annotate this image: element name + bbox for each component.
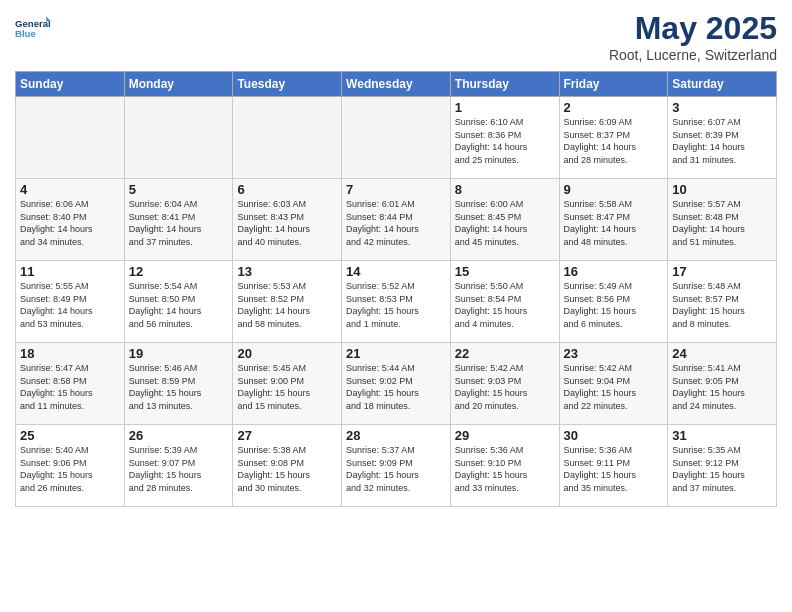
calendar-week-3: 18Sunrise: 5:47 AM Sunset: 8:58 PM Dayli… — [16, 343, 777, 425]
day-info: Sunrise: 5:36 AM Sunset: 9:11 PM Dayligh… — [564, 444, 664, 494]
day-number: 1 — [455, 100, 555, 115]
day-info: Sunrise: 6:01 AM Sunset: 8:44 PM Dayligh… — [346, 198, 446, 248]
calendar-day: 14Sunrise: 5:52 AM Sunset: 8:53 PM Dayli… — [342, 261, 451, 343]
calendar-week-1: 4Sunrise: 6:06 AM Sunset: 8:40 PM Daylig… — [16, 179, 777, 261]
day-info: Sunrise: 5:36 AM Sunset: 9:10 PM Dayligh… — [455, 444, 555, 494]
day-info: Sunrise: 5:58 AM Sunset: 8:47 PM Dayligh… — [564, 198, 664, 248]
calendar-day: 1Sunrise: 6:10 AM Sunset: 8:36 PM Daylig… — [450, 97, 559, 179]
day-number: 16 — [564, 264, 664, 279]
day-info: Sunrise: 5:37 AM Sunset: 9:09 PM Dayligh… — [346, 444, 446, 494]
col-tuesday: Tuesday — [233, 72, 342, 97]
day-info: Sunrise: 6:04 AM Sunset: 8:41 PM Dayligh… — [129, 198, 229, 248]
calendar-day: 21Sunrise: 5:44 AM Sunset: 9:02 PM Dayli… — [342, 343, 451, 425]
day-info: Sunrise: 5:55 AM Sunset: 8:49 PM Dayligh… — [20, 280, 120, 330]
day-number: 2 — [564, 100, 664, 115]
month-title: May 2025 — [609, 10, 777, 47]
day-info: Sunrise: 5:35 AM Sunset: 9:12 PM Dayligh… — [672, 444, 772, 494]
calendar-day: 20Sunrise: 5:45 AM Sunset: 9:00 PM Dayli… — [233, 343, 342, 425]
day-number: 21 — [346, 346, 446, 361]
calendar-day: 2Sunrise: 6:09 AM Sunset: 8:37 PM Daylig… — [559, 97, 668, 179]
calendar-day: 3Sunrise: 6:07 AM Sunset: 8:39 PM Daylig… — [668, 97, 777, 179]
day-number: 13 — [237, 264, 337, 279]
day-number: 26 — [129, 428, 229, 443]
calendar-day: 30Sunrise: 5:36 AM Sunset: 9:11 PM Dayli… — [559, 425, 668, 507]
day-info: Sunrise: 5:50 AM Sunset: 8:54 PM Dayligh… — [455, 280, 555, 330]
day-number: 11 — [20, 264, 120, 279]
day-number: 29 — [455, 428, 555, 443]
day-number: 3 — [672, 100, 772, 115]
day-info: Sunrise: 5:47 AM Sunset: 8:58 PM Dayligh… — [20, 362, 120, 412]
day-number: 31 — [672, 428, 772, 443]
calendar-week-4: 25Sunrise: 5:40 AM Sunset: 9:06 PM Dayli… — [16, 425, 777, 507]
calendar-day: 7Sunrise: 6:01 AM Sunset: 8:44 PM Daylig… — [342, 179, 451, 261]
calendar-day: 8Sunrise: 6:00 AM Sunset: 8:45 PM Daylig… — [450, 179, 559, 261]
calendar-week-2: 11Sunrise: 5:55 AM Sunset: 8:49 PM Dayli… — [16, 261, 777, 343]
calendar-day: 13Sunrise: 5:53 AM Sunset: 8:52 PM Dayli… — [233, 261, 342, 343]
day-number: 10 — [672, 182, 772, 197]
calendar-day: 23Sunrise: 5:42 AM Sunset: 9:04 PM Dayli… — [559, 343, 668, 425]
col-thursday: Thursday — [450, 72, 559, 97]
day-info: Sunrise: 6:07 AM Sunset: 8:39 PM Dayligh… — [672, 116, 772, 166]
day-number: 19 — [129, 346, 229, 361]
day-number: 22 — [455, 346, 555, 361]
day-number: 28 — [346, 428, 446, 443]
calendar-day: 5Sunrise: 6:04 AM Sunset: 8:41 PM Daylig… — [124, 179, 233, 261]
calendar-day: 26Sunrise: 5:39 AM Sunset: 9:07 PM Dayli… — [124, 425, 233, 507]
location: Root, Lucerne, Switzerland — [609, 47, 777, 63]
day-info: Sunrise: 5:44 AM Sunset: 9:02 PM Dayligh… — [346, 362, 446, 412]
logo-svg: General Blue — [15, 10, 51, 46]
day-info: Sunrise: 5:38 AM Sunset: 9:08 PM Dayligh… — [237, 444, 337, 494]
day-number: 15 — [455, 264, 555, 279]
day-number: 25 — [20, 428, 120, 443]
day-number: 24 — [672, 346, 772, 361]
calendar-day: 18Sunrise: 5:47 AM Sunset: 8:58 PM Dayli… — [16, 343, 125, 425]
day-number: 30 — [564, 428, 664, 443]
col-wednesday: Wednesday — [342, 72, 451, 97]
day-number: 5 — [129, 182, 229, 197]
title-block: May 2025 Root, Lucerne, Switzerland — [609, 10, 777, 63]
day-info: Sunrise: 6:06 AM Sunset: 8:40 PM Dayligh… — [20, 198, 120, 248]
logo: General Blue — [15, 10, 51, 46]
calendar-day: 27Sunrise: 5:38 AM Sunset: 9:08 PM Dayli… — [233, 425, 342, 507]
calendar-day: 9Sunrise: 5:58 AM Sunset: 8:47 PM Daylig… — [559, 179, 668, 261]
day-info: Sunrise: 5:41 AM Sunset: 9:05 PM Dayligh… — [672, 362, 772, 412]
calendar-day: 19Sunrise: 5:46 AM Sunset: 8:59 PM Dayli… — [124, 343, 233, 425]
calendar-day: 11Sunrise: 5:55 AM Sunset: 8:49 PM Dayli… — [16, 261, 125, 343]
day-info: Sunrise: 5:42 AM Sunset: 9:04 PM Dayligh… — [564, 362, 664, 412]
calendar-day — [16, 97, 125, 179]
calendar-day: 24Sunrise: 5:41 AM Sunset: 9:05 PM Dayli… — [668, 343, 777, 425]
day-info: Sunrise: 6:00 AM Sunset: 8:45 PM Dayligh… — [455, 198, 555, 248]
day-number: 17 — [672, 264, 772, 279]
day-info: Sunrise: 5:49 AM Sunset: 8:56 PM Dayligh… — [564, 280, 664, 330]
calendar-day: 6Sunrise: 6:03 AM Sunset: 8:43 PM Daylig… — [233, 179, 342, 261]
day-number: 20 — [237, 346, 337, 361]
day-info: Sunrise: 5:53 AM Sunset: 8:52 PM Dayligh… — [237, 280, 337, 330]
calendar-day — [342, 97, 451, 179]
day-number: 23 — [564, 346, 664, 361]
day-number: 4 — [20, 182, 120, 197]
day-number: 9 — [564, 182, 664, 197]
day-number: 8 — [455, 182, 555, 197]
day-info: Sunrise: 5:46 AM Sunset: 8:59 PM Dayligh… — [129, 362, 229, 412]
calendar-day: 22Sunrise: 5:42 AM Sunset: 9:03 PM Dayli… — [450, 343, 559, 425]
col-friday: Friday — [559, 72, 668, 97]
day-number: 6 — [237, 182, 337, 197]
day-info: Sunrise: 5:54 AM Sunset: 8:50 PM Dayligh… — [129, 280, 229, 330]
calendar-day — [233, 97, 342, 179]
logo-block: General Blue — [15, 10, 51, 46]
header-row: Sunday Monday Tuesday Wednesday Thursday… — [16, 72, 777, 97]
calendar-day: 17Sunrise: 5:48 AM Sunset: 8:57 PM Dayli… — [668, 261, 777, 343]
svg-text:Blue: Blue — [15, 28, 36, 39]
day-number: 7 — [346, 182, 446, 197]
day-info: Sunrise: 6:09 AM Sunset: 8:37 PM Dayligh… — [564, 116, 664, 166]
day-info: Sunrise: 5:57 AM Sunset: 8:48 PM Dayligh… — [672, 198, 772, 248]
day-info: Sunrise: 5:52 AM Sunset: 8:53 PM Dayligh… — [346, 280, 446, 330]
calendar-week-0: 1Sunrise: 6:10 AM Sunset: 8:36 PM Daylig… — [16, 97, 777, 179]
day-info: Sunrise: 5:42 AM Sunset: 9:03 PM Dayligh… — [455, 362, 555, 412]
day-info: Sunrise: 5:48 AM Sunset: 8:57 PM Dayligh… — [672, 280, 772, 330]
day-info: Sunrise: 5:39 AM Sunset: 9:07 PM Dayligh… — [129, 444, 229, 494]
page-header: General Blue May 2025 Root, Lucerne, Swi… — [15, 10, 777, 63]
day-info: Sunrise: 5:45 AM Sunset: 9:00 PM Dayligh… — [237, 362, 337, 412]
col-sunday: Sunday — [16, 72, 125, 97]
calendar-day: 15Sunrise: 5:50 AM Sunset: 8:54 PM Dayli… — [450, 261, 559, 343]
